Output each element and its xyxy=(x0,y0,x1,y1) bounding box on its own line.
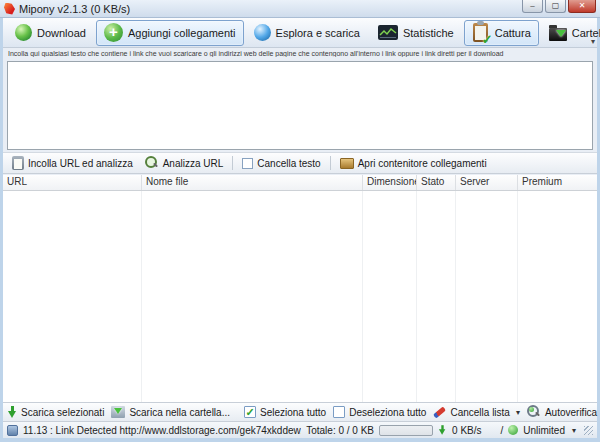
statistics-label: Statistiche xyxy=(403,27,454,39)
blank-page-icon xyxy=(242,158,253,169)
folder-download-icon xyxy=(111,406,125,418)
total-progressbar xyxy=(379,425,433,436)
analyze-url-label: Analizza URL xyxy=(163,158,224,169)
paste-analyze-button[interactable]: Incolla URL ed analizza xyxy=(9,154,136,172)
slash-separator: / xyxy=(501,425,504,436)
clear-text-button[interactable]: Cancella testo xyxy=(239,156,323,171)
download-selected-label: Scarica selezionati xyxy=(21,407,104,418)
checkbox-empty-icon xyxy=(333,406,345,418)
add-plus-icon: + xyxy=(104,23,123,42)
table-column-premium xyxy=(518,191,597,402)
close-button[interactable]: ✕ xyxy=(568,0,596,13)
autocheck-magnifier-icon xyxy=(527,405,541,419)
link-paste-textarea[interactable] xyxy=(7,61,593,150)
window-title: Mipony v2.1.3 (0 KB/s) xyxy=(19,3,522,15)
capture-label: Cattura xyxy=(495,27,531,39)
capture-clipboard-icon: ✓ xyxy=(472,23,490,43)
download-to-folder-button[interactable]: Scarica nella cartella... xyxy=(111,406,230,418)
total-label: Totale: 0 / 0 KB xyxy=(306,425,374,436)
open-container-label: Apri contenitore collegamenti xyxy=(358,158,487,169)
globe-icon xyxy=(254,24,271,41)
select-all-button[interactable]: ✓ Seleziona tutto xyxy=(244,406,326,418)
toolbar-separator xyxy=(232,156,233,170)
speed-limit-value[interactable]: Unlimited xyxy=(523,425,565,436)
table-column-status xyxy=(417,191,456,402)
add-links-label: Aggiungi collegamenti xyxy=(128,27,236,39)
clear-list-dropdown-icon[interactable]: ▾ xyxy=(516,408,520,417)
paste-hint-text: Incolla qui qualsiasi testo che contiene… xyxy=(8,50,592,57)
autocheck-button[interactable]: Autoverifica ▾ xyxy=(527,405,600,419)
download-folder-icon xyxy=(549,28,567,41)
container-box-icon xyxy=(340,158,354,169)
bottom-toolbar: Scarica selezionati Scarica nella cartel… xyxy=(3,402,597,421)
magnifier-icon xyxy=(145,156,159,170)
download-button[interactable]: Download xyxy=(7,20,94,46)
paste-icon xyxy=(12,156,24,170)
statistics-icon xyxy=(378,25,398,40)
select-all-label: Seleziona tutto xyxy=(260,407,326,418)
paste-analyze-label: Incolla URL ed analizza xyxy=(28,158,133,169)
titlebar[interactable]: Mipony v2.1.3 (0 KB/s) – ▢ ✕ xyxy=(0,0,600,18)
toolbar-overflow-button[interactable]: ▾ xyxy=(591,38,595,46)
speed-limit-dropdown-icon[interactable]: ▾ xyxy=(572,426,576,435)
minimize-button[interactable]: – xyxy=(522,0,543,13)
browse-download-label: Esplora e scarica xyxy=(276,27,360,39)
speed-value: 0 KB/s xyxy=(452,425,481,436)
autocheck-label: Autoverifica xyxy=(545,407,597,418)
statistics-button[interactable]: Statistiche xyxy=(370,20,462,46)
window-controls: – ▢ ✕ xyxy=(522,0,596,18)
clear-list-label: Cancella lista xyxy=(450,407,509,418)
deselect-all-button[interactable]: Deseleziona tutto xyxy=(333,406,426,418)
column-header-size[interactable]: Dimensione ... xyxy=(363,175,417,190)
table-column-filename xyxy=(142,191,363,402)
clear-text-label: Cancella testo xyxy=(257,158,320,169)
table-header-row: URL Nome file Dimensione ... Stato Serve… xyxy=(3,175,597,191)
download-icon xyxy=(15,24,32,41)
links-table: URL Nome file Dimensione ... Stato Serve… xyxy=(3,175,597,402)
column-header-url[interactable]: URL xyxy=(3,175,142,190)
column-header-server[interactable]: Server xyxy=(456,175,518,190)
checkbox-checked-icon: ✓ xyxy=(244,406,256,418)
resize-grip[interactable] xyxy=(584,426,593,435)
analyze-url-button[interactable]: Analizza URL xyxy=(142,154,227,172)
column-header-status[interactable]: Stato xyxy=(417,175,456,190)
status-info-icon xyxy=(7,425,18,436)
download-selected-button[interactable]: Scarica selezionati xyxy=(8,406,104,418)
table-column-url xyxy=(3,191,142,402)
download-label: Download xyxy=(37,27,86,39)
main-toolbar: Download + Aggiungi collegamenti Esplora… xyxy=(3,18,597,48)
table-column-server xyxy=(456,191,518,402)
capture-button[interactable]: ✓ Cattura xyxy=(464,20,539,46)
open-container-button[interactable]: Apri contenitore collegamenti xyxy=(337,156,490,171)
deselect-all-label: Deseleziona tutto xyxy=(349,407,426,418)
table-body[interactable] xyxy=(3,191,597,402)
maximize-button[interactable]: ▢ xyxy=(545,0,566,13)
speed-down-arrow-icon xyxy=(439,425,446,435)
status-bar: 11.13 : Link Detected http://www.ddlstor… xyxy=(3,421,597,438)
eraser-icon xyxy=(433,406,446,418)
download-to-folder-label: Scarica nella cartella... xyxy=(129,407,230,418)
download-folder-label: Cartella download xyxy=(572,27,600,39)
table-column-size xyxy=(363,191,417,402)
mipony-window: Mipony v2.1.3 (0 KB/s) – ▢ ✕ Download + … xyxy=(0,0,600,442)
url-toolbar: Incolla URL ed analizza Analizza URL Can… xyxy=(3,152,597,174)
speed-limit-icon xyxy=(508,425,518,435)
status-message: 11.13 : Link Detected http://www.ddlstor… xyxy=(23,425,301,436)
app-icon xyxy=(4,3,15,15)
browse-download-button[interactable]: Esplora e scarica xyxy=(246,20,368,46)
green-down-arrow-icon xyxy=(8,406,17,418)
clear-list-button[interactable]: Cancella lista ▾ xyxy=(433,407,520,418)
column-header-filename[interactable]: Nome file xyxy=(142,175,363,190)
add-links-button[interactable]: + Aggiungi collegamenti xyxy=(96,20,244,46)
toolbar-separator xyxy=(330,156,331,170)
column-header-premium[interactable]: Premium xyxy=(518,175,597,190)
